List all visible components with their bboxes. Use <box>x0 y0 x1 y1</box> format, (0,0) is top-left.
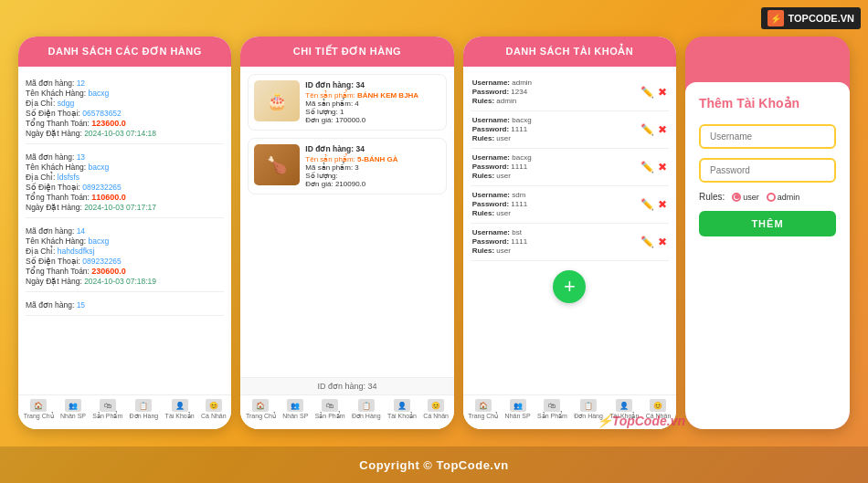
staff-icon-2: 👥 <box>287 399 303 412</box>
account-item-sdm[interactable]: Username: sdm Password: 1111 Rules: user… <box>471 186 669 224</box>
product-icon-2: 🛍 <box>322 399 338 412</box>
account-icon-3: 👤 <box>616 399 632 412</box>
delete-account-bacxg1[interactable]: ✖ <box>658 123 667 136</box>
id-bar: ID đơn hàng: 34 <box>240 377 453 394</box>
radio-user-circle <box>732 193 741 202</box>
edit-account-bst[interactable]: ✏️ <box>640 236 654 248</box>
nav-donhang-2[interactable]: 📋Đơn Hàng <box>352 399 381 425</box>
nav-taikhoan[interactable]: 👤Tài Khoản <box>165 399 195 425</box>
nav-sanpham-2[interactable]: 🛍Sản Phẩm <box>315 399 345 425</box>
radio-admin-label: admin <box>778 193 800 202</box>
nav-home[interactable]: 🏠Trang Chủ <box>24 399 54 425</box>
account-actions-sdm: ✏️ ✖ <box>640 198 667 211</box>
edit-account-sdm[interactable]: ✏️ <box>640 198 654 211</box>
order-id-label: Mã đơn hàng: <box>26 79 77 88</box>
account-icon-2: 👤 <box>394 399 410 412</box>
add-account-fab[interactable]: + <box>553 270 586 303</box>
them-button[interactable]: THÊM <box>699 211 836 236</box>
topcode-label: TOPCODE.VN <box>788 13 854 24</box>
order-addr-label: Địa Chỉ: <box>26 99 58 108</box>
order-detail-body: 🎂 ID đơn hàng: 34 Tên sản phẩm: BÁNH KEM… <box>240 67 453 377</box>
nav-sanpham-3[interactable]: 🛍Sản Phẩm <box>537 399 567 425</box>
order-addr-val: sdgg <box>58 99 74 108</box>
add-account-title: Thêm Tài Khoản <box>699 96 836 110</box>
nav-home-3[interactable]: 🏠Trang Chủ <box>468 399 498 425</box>
edit-account-bacxg2[interactable]: ✏️ <box>640 161 654 173</box>
nav-nhansp[interactable]: 👥Nhân SP <box>60 399 86 425</box>
main-area: DANH SÁCH CÁC ĐƠN HÀNG Mã đơn hàng: 12 T… <box>18 37 850 437</box>
account-list-panel: DANH SÁCH TÀI KHOẢN Username: admin Pass… <box>463 37 676 429</box>
delete-account-admin[interactable]: ✖ <box>658 86 667 99</box>
account-actions-admin: ✏️ ✖ <box>640 86 667 99</box>
account-item-bacxg1[interactable]: Username: bacxg Password: 1111 Rules: us… <box>471 111 669 149</box>
order-id-val: 12 <box>77 79 85 88</box>
radio-admin[interactable]: admin <box>767 193 800 202</box>
order-item-15[interactable]: Mã đơn hàng: 15 <box>26 296 224 316</box>
home-icon-3: 🏠 <box>475 399 492 412</box>
order-icon: 📋 <box>135 399 152 412</box>
account-actions-bacxg2: ✏️ ✖ <box>640 161 667 173</box>
order-name-val: bacxg <box>89 89 110 98</box>
edit-account-bacxg1[interactable]: ✏️ <box>640 123 654 136</box>
delete-account-sdm[interactable]: ✖ <box>658 198 667 211</box>
profile-icon-3: 😊 <box>650 399 666 412</box>
rules-label: Rules: <box>699 192 725 202</box>
nav-taikhoan-2[interactable]: 👤Tài Khoản <box>387 399 417 425</box>
order-date-val: 2024-10-03 07:14:18 <box>84 129 156 138</box>
home-icon: 🏠 <box>30 399 47 412</box>
account-item-bacxg2[interactable]: Username: bacxg Password: 1111 Rules: us… <box>471 149 669 186</box>
staff-icon: 👥 <box>65 399 81 412</box>
footer: Copyright © TopCode.vn <box>0 446 868 483</box>
watermark: ⚡TopCode.vn <box>597 414 685 428</box>
radio-admin-circle <box>767 193 776 202</box>
order-icon-2: 📋 <box>358 399 375 412</box>
account-info-sdm: Username: sdm Password: 1111 Rules: user <box>472 191 640 218</box>
password-input[interactable] <box>699 158 836 183</box>
order-list-panel: DANH SÁCH CÁC ĐƠN HÀNG Mã đơn hàng: 12 T… <box>18 37 231 429</box>
nav-canhan-2[interactable]: 😊Cá Nhân <box>423 399 449 425</box>
account-icon: 👤 <box>172 399 188 412</box>
topcode-badge: ⚡ TOPCODE.VN <box>761 7 861 29</box>
order-total-label: Tổng Thanh Toán: <box>26 119 91 128</box>
add-account-panel: Thêm Tài Khoản Rules: user admin THÊM <box>685 37 850 429</box>
nav-canhan[interactable]: 😊Cá Nhân <box>201 399 227 425</box>
order-phone-label: Số Điện Thoại: <box>26 109 82 118</box>
account-item-bst[interactable]: Username: bst Password: 1111 Rules: user… <box>471 224 669 261</box>
rules-row: Rules: user admin <box>699 192 836 202</box>
order-item-13[interactable]: Mã đơn hàng: 13 Tên Khách Hàng: bacxg Đị… <box>26 148 224 218</box>
add-account-form: Thêm Tài Khoản Rules: user admin THÊM <box>685 82 850 429</box>
radio-user[interactable]: user <box>732 193 759 202</box>
product-icon: 🛍 <box>100 399 116 412</box>
delete-account-bst[interactable]: ✖ <box>658 236 667 248</box>
order-list-body: Mã đơn hàng: 12 Tên Khách Hàng: bacxg Đị… <box>18 67 231 394</box>
order-list-header: DANH SÁCH CÁC ĐƠN HÀNG <box>18 37 231 67</box>
product-icon-3: 🛍 <box>544 399 560 412</box>
order-date-label: Ngày Đặt Hàng: <box>26 129 84 138</box>
radio-group: user admin <box>732 193 799 202</box>
food-image-cream: 🎂 <box>254 80 300 121</box>
detail-info-1: ID đơn hàng: 34 Tên sản phẩm: BÁNH KEM B… <box>305 80 439 124</box>
detail-item-1[interactable]: 🎂 ID đơn hàng: 34 Tên sản phẩm: BÁNH KEM… <box>248 74 446 131</box>
nav-donhang[interactable]: 📋Đơn Hàng <box>130 399 159 425</box>
delete-account-bacxg2[interactable]: ✖ <box>658 161 667 173</box>
account-actions-bacxg1: ✏️ ✖ <box>640 123 667 136</box>
footer-text: Copyright © TopCode.vn <box>359 458 508 472</box>
detail-item-2[interactable]: 🍗 ID đơn hàng: 34 Tên sản phẩm: 5-BÁNH G… <box>248 138 446 194</box>
profile-icon: 😊 <box>206 399 222 412</box>
account-info-bacxg1: Username: bacxg Password: 1111 Rules: us… <box>472 116 640 143</box>
nav-nhansp-2[interactable]: 👥Nhân SP <box>282 399 308 425</box>
username-input[interactable] <box>699 124 836 149</box>
order-detail-nav: 🏠Trang Chủ 👥Nhân SP 🛍Sản Phẩm 📋Đơn Hàng … <box>240 394 453 429</box>
nav-home-2[interactable]: 🏠Trang Chủ <box>246 399 276 425</box>
account-item-admin[interactable]: Username: admin Password: 1234 Rules: ad… <box>471 74 669 111</box>
nav-sanpham[interactable]: 🛍Sản Phẩm <box>92 399 122 425</box>
account-actions-bst: ✏️ ✖ <box>640 236 667 248</box>
edit-account-admin[interactable]: ✏️ <box>640 86 654 99</box>
staff-icon-3: 👥 <box>510 399 526 412</box>
nav-nhansp-3[interactable]: 👥Nhân SP <box>505 399 531 425</box>
order-list-nav: 🏠Trang Chủ 👥Nhân SP 🛍Sản Phẩm 📋Đơn Hàng … <box>18 394 231 429</box>
order-item-12[interactable]: Mã đơn hàng: 12 Tên Khách Hàng: bacxg Đị… <box>26 74 224 144</box>
order-item-14[interactable]: Mã đơn hàng: 14 Tên Khách Hàng: bacxg Đị… <box>26 222 224 292</box>
food-image-brown: 🍗 <box>254 144 300 185</box>
profile-icon-2: 😊 <box>428 399 444 412</box>
